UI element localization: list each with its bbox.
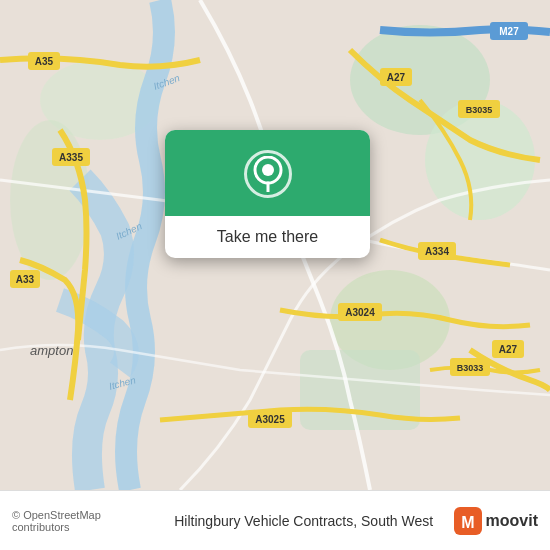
svg-text:A3025: A3025 bbox=[255, 414, 285, 425]
svg-text:A334: A334 bbox=[425, 246, 449, 257]
svg-text:A27: A27 bbox=[387, 72, 406, 83]
location-name-text: Hiltingbury Vehicle Contracts, bbox=[174, 513, 357, 529]
map-container: A35 A335 A33 M27 A27 B3035 A27 A334 A302 bbox=[0, 0, 550, 490]
svg-point-34 bbox=[262, 164, 274, 176]
svg-text:B3035: B3035 bbox=[466, 105, 493, 115]
svg-text:B3033: B3033 bbox=[457, 363, 484, 373]
moovit-brand-text: moovit bbox=[486, 512, 538, 530]
svg-text:ampton: ampton bbox=[30, 343, 73, 358]
svg-text:A27: A27 bbox=[499, 344, 518, 355]
popup-header bbox=[165, 130, 370, 216]
svg-text:M27: M27 bbox=[499, 26, 519, 37]
moovit-brand-icon: M bbox=[454, 507, 482, 535]
bottom-bar: © OpenStreetMap contributors Hiltingbury… bbox=[0, 490, 550, 550]
region-text: South West bbox=[361, 513, 433, 529]
popup-button[interactable]: Take me there bbox=[201, 216, 334, 258]
svg-text:A35: A35 bbox=[35, 56, 54, 67]
popup-card: Take me there bbox=[165, 130, 370, 258]
copyright-text: © OpenStreetMap contributors bbox=[12, 509, 154, 533]
svg-text:M: M bbox=[461, 514, 474, 531]
svg-text:A3024: A3024 bbox=[345, 307, 375, 318]
moovit-logo: M moovit bbox=[454, 507, 538, 535]
svg-text:A33: A33 bbox=[16, 274, 35, 285]
location-name: Hiltingbury Vehicle Contracts, South Wes… bbox=[162, 513, 446, 529]
location-pin-icon bbox=[252, 156, 284, 192]
location-icon-circle bbox=[244, 150, 292, 198]
svg-text:A335: A335 bbox=[59, 152, 83, 163]
